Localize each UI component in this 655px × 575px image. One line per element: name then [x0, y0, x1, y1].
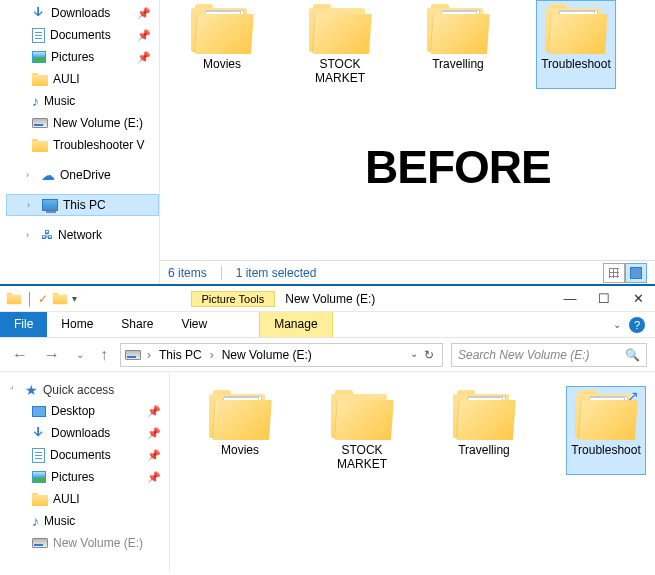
tab-view[interactable]: View [167, 312, 221, 337]
folder-label: Troubleshoot [541, 57, 611, 71]
tree-thispc[interactable]: › This PC [6, 194, 159, 216]
refresh-button[interactable]: ↻ [424, 348, 434, 362]
expand-ribbon-icon[interactable]: ⌄ [613, 319, 621, 330]
ribbon-tabs: File Home Share View Manage ⌄ ? [0, 312, 655, 338]
tree-auli[interactable]: AULI [6, 68, 159, 90]
folder-label: Travelling [458, 443, 510, 457]
folder-stockmarket[interactable]: STOCK MARKET [322, 386, 402, 475]
tree-label: Downloads [51, 6, 110, 20]
tree-label: AULI [53, 492, 80, 506]
tab-share[interactable]: Share [107, 312, 167, 337]
star-icon: ★ [25, 382, 38, 398]
tree-downloads[interactable]: Downloads📌 [6, 2, 159, 24]
folder-large-icon [427, 4, 489, 54]
close-button[interactable]: ✕ [621, 288, 655, 310]
folder-grid: Movies STOCK MARKET Travelling ↗ Trouble… [200, 386, 655, 475]
folder-travelling[interactable]: Travelling [444, 386, 524, 475]
folder-travelling[interactable]: Travelling [418, 0, 498, 89]
nav-forward-button[interactable]: → [40, 346, 64, 364]
folder-label: Troubleshoot [571, 443, 641, 457]
chevron-right-icon: › [27, 200, 37, 210]
tab-file[interactable]: File [0, 312, 47, 337]
top-explorer-window: Downloads📌 Documents📌 Pictures📌 AULI ♪ M… [0, 0, 655, 286]
folder-label: STOCK MARKET [304, 57, 376, 85]
tree-label: OneDrive [60, 168, 111, 182]
tab-manage[interactable]: Manage [259, 312, 332, 337]
tree-label: Troubleshooter V [53, 138, 145, 152]
pin-icon: 📌 [137, 29, 151, 42]
app-icon [7, 293, 21, 305]
tree-label: Network [58, 228, 102, 242]
address-bar-row: ← → ⌄ ↑ › This PC › New Volume (E:) ⌄ ↻ … [0, 338, 655, 372]
tree-quickaccess[interactable]: › ★ Quick access [6, 380, 169, 400]
maximize-button[interactable]: ☐ [587, 288, 621, 310]
content-area[interactable]: Movies STOCK MARKET Travelling ↗ Trouble… [170, 372, 655, 572]
window-title: New Volume (E:) [285, 292, 375, 306]
folder-movies[interactable]: Movies [200, 386, 280, 475]
minimize-button[interactable]: — [553, 288, 587, 310]
nav-tree: › ★ Quick access Desktop📌 Downloads📌 Doc… [0, 372, 170, 572]
window-controls: — ☐ ✕ [553, 288, 655, 310]
tree-auli[interactable]: AULI [6, 488, 169, 510]
folder-stockmarket[interactable]: STOCK MARKET [300, 0, 380, 89]
view-large-icons-button[interactable] [625, 263, 647, 283]
tree-label: New Volume (E:) [53, 116, 143, 130]
folder-large-icon [453, 390, 515, 440]
checkmark-icon[interactable]: ✓ [38, 292, 48, 306]
folder-icon [32, 73, 48, 86]
pin-icon: 📌 [147, 427, 161, 440]
tree-network[interactable]: › 🖧 Network [6, 224, 159, 246]
divider-icon: │ [26, 292, 34, 306]
tree-downloads[interactable]: Downloads📌 [6, 422, 169, 444]
tree-onedrive[interactable]: › ☁ OneDrive [6, 164, 159, 186]
folder-troubleshoot[interactable]: Troubleshoot [536, 0, 616, 89]
before-label: BEFORE [365, 140, 551, 194]
chevron-right-icon: › [26, 230, 36, 240]
nav-back-button[interactable]: ← [8, 346, 32, 364]
download-icon [32, 426, 46, 440]
folder-troubleshoot[interactable]: ↗ Troubleshoot [566, 386, 646, 475]
tree-newvolume[interactable]: New Volume (E:) [6, 112, 159, 134]
tree-pictures[interactable]: Pictures📌 [6, 46, 159, 68]
nav-up-button[interactable]: ↑ [96, 346, 112, 364]
tree-documents[interactable]: Documents📌 [6, 24, 159, 46]
tree-music[interactable]: ♪ Music [6, 90, 159, 112]
tree-newvolume[interactable]: New Volume (E:) [6, 532, 169, 554]
context-tab-label: Picture Tools [191, 291, 276, 307]
tree-label: New Volume (E:) [53, 536, 143, 550]
music-icon: ♪ [32, 93, 39, 109]
folder-movies[interactable]: Movies [182, 0, 262, 89]
folder-large-icon: ↗ [575, 390, 637, 440]
content-area[interactable]: Movies STOCK MARKET Travelling Troublesh… [160, 0, 655, 284]
folder-label: Travelling [432, 57, 484, 71]
breadcrumb-newvolume[interactable]: New Volume (E:) [220, 348, 314, 362]
document-icon [32, 28, 45, 43]
tab-home[interactable]: Home [47, 312, 107, 337]
search-icon[interactable]: 🔍 [625, 348, 640, 362]
help-button[interactable]: ? [629, 317, 645, 333]
tree-music[interactable]: ♪ Music [6, 510, 169, 532]
breadcrumb-thispc[interactable]: This PC [157, 348, 204, 362]
address-dropdown-icon[interactable]: ⌄ [410, 348, 418, 362]
address-bar[interactable]: › This PC › New Volume (E:) ⌄ ↻ [120, 343, 443, 367]
title-bar[interactable]: │ ✓ ▾ Picture Tools New Volume (E:) — ☐ … [0, 286, 655, 312]
folder-large-icon [309, 4, 371, 54]
folder-icon[interactable] [52, 293, 66, 305]
tree-troubleshooter[interactable]: Troubleshooter V [6, 134, 159, 156]
chevron-right-icon: › [145, 348, 153, 362]
drive-icon [32, 118, 48, 128]
tree-pictures[interactable]: Pictures📌 [6, 466, 169, 488]
qat-dropdown-icon[interactable]: ▾ [72, 293, 77, 304]
pin-icon: 📌 [147, 405, 161, 418]
tree-documents[interactable]: Documents📌 [6, 444, 169, 466]
pin-icon: 📌 [147, 449, 161, 462]
view-details-button[interactable] [603, 263, 625, 283]
tree-label: Music [44, 94, 75, 108]
search-placeholder: Search New Volume (E:) [458, 348, 590, 362]
folder-large-icon [331, 390, 393, 440]
nav-history-dropdown[interactable]: ⌄ [72, 349, 88, 360]
pin-icon: 📌 [137, 7, 151, 20]
search-box[interactable]: Search New Volume (E:) 🔍 [451, 343, 647, 367]
tree-desktop[interactable]: Desktop📌 [6, 400, 169, 422]
tree-label: Documents [50, 448, 111, 462]
